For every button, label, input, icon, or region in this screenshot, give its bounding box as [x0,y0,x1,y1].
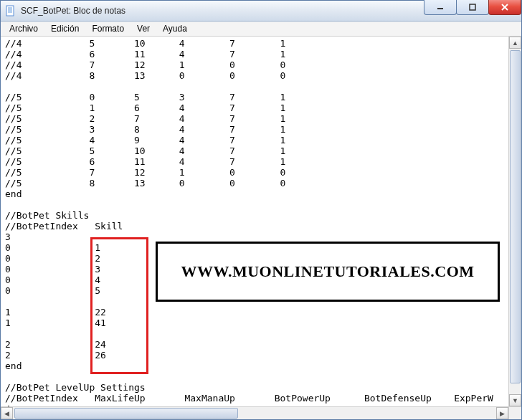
hscroll-track[interactable] [13,407,496,419]
hscroll-thumb[interactable] [14,408,238,419]
menu-ver[interactable]: Ver [131,22,156,35]
scroll-up-button[interactable]: ▲ [509,37,521,49]
minimize-button[interactable] [424,0,457,15]
window-title: SCF_BotPet: Bloc de notas [21,6,125,16]
titlebar[interactable]: SCF_BotPet: Bloc de notas [1,1,521,22]
close-button[interactable] [488,0,521,15]
menu-edicion[interactable]: Edición [45,22,85,35]
vertical-scrollbar[interactable]: ▲ ▼ [508,37,521,406]
svg-rect-6 [470,4,475,10]
vscroll-thumb[interactable] [510,50,521,383]
text-editor[interactable]: //4 5 10 4 7 1 //4 6 11 4 7 1 //4 7 12 1… [1,37,508,406]
menu-formato[interactable]: Formato [86,22,130,35]
menu-ayuda[interactable]: Ayuda [157,22,193,35]
scroll-corner [508,406,521,419]
maximize-button[interactable] [456,0,489,15]
notepad-icon [5,5,16,16]
menu-bar: Archivo Edición Formato Ver Ayuda [1,22,521,37]
window-controls [424,0,521,15]
scroll-down-button[interactable]: ▼ [509,394,521,406]
scroll-left-button[interactable]: ◀ [1,407,13,419]
client-area: //4 5 10 4 7 1 //4 6 11 4 7 1 //4 7 12 1… [1,37,521,419]
vscroll-track[interactable] [509,49,521,394]
menu-archivo[interactable]: Archivo [4,22,44,35]
notepad-window: SCF_BotPet: Bloc de notas Archivo Edició… [0,0,522,420]
horizontal-scrollbar[interactable]: ◀ ▶ [1,406,508,419]
scroll-right-button[interactable]: ▶ [496,407,508,419]
